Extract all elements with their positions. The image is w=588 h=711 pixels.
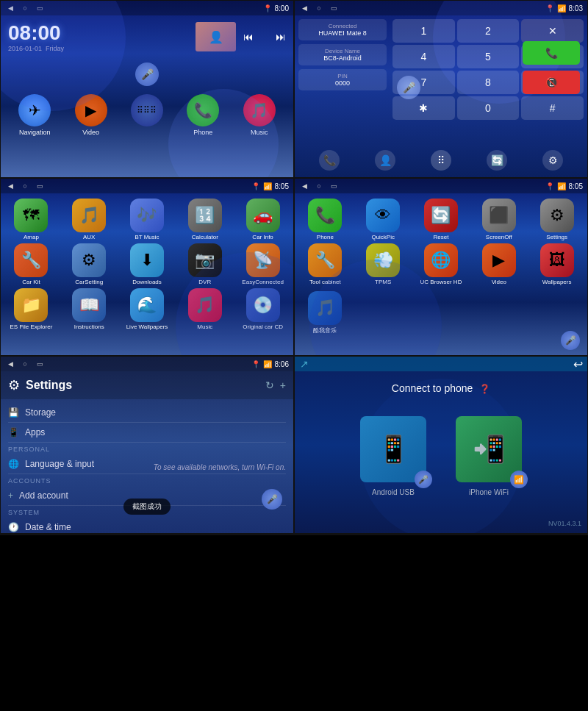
app-downloads[interactable]: ⬇ Downloads	[120, 243, 175, 285]
quickpic-icon[interactable]: 👁	[366, 199, 400, 232]
phone-refresh-icon[interactable]: 🔄	[487, 150, 507, 171]
phone-settings-icon[interactable]: ⚙	[542, 150, 563, 171]
next-btn[interactable]: ⏭	[276, 31, 286, 43]
app-phone2[interactable]: 📞 Phone	[298, 199, 353, 240]
app-screenoff[interactable]: ⬛ ScreenOff	[471, 199, 526, 240]
back-icon[interactable]: ◀	[5, 4, 15, 12]
mic-button[interactable]: 🎤	[135, 62, 159, 86]
delete-btn[interactable]: ✕	[521, 19, 584, 43]
wallpapers-icon[interactable]: 🖼	[540, 243, 574, 277]
app-instructions[interactable]: 📖 Instructions	[62, 288, 117, 330]
settings-icon-app[interactable]: ⚙	[540, 199, 574, 232]
amap-icon[interactable]: 🗺	[14, 199, 48, 232]
connect-help-icon[interactable]: ❓	[479, 384, 490, 394]
app-btmusic[interactable]: 🎶 BT Music	[120, 199, 175, 240]
esfile-icon[interactable]: 📁	[14, 288, 48, 322]
downloads-icon[interactable]: ⬇	[130, 243, 164, 277]
phone-user-icon[interactable]: 👤	[375, 150, 395, 171]
app-ucbrowser[interactable]: 🌐 UC Browser HD	[414, 243, 469, 285]
settings-add-icon[interactable]: +	[280, 379, 286, 391]
phone-home-icon[interactable]: ○	[314, 4, 324, 12]
settings-recent-icon[interactable]: ▭	[35, 360, 45, 368]
carkit-icon[interactable]: 🔧	[14, 243, 48, 277]
media-controls[interactable]: ⏮ ⏭	[243, 31, 286, 43]
dial-0[interactable]: 0	[457, 96, 520, 120]
app-video2[interactable]: ▶ Video	[471, 243, 526, 285]
phone-back-icon[interactable]: ◀	[299, 4, 309, 12]
app-wallpapers[interactable]: 🖼 Wallpapers	[529, 243, 584, 285]
apps2-mic-button[interactable]: 🎤	[561, 331, 580, 350]
app-music[interactable]: 🎵 Music	[177, 288, 232, 330]
app-carinfo[interactable]: 🚗 Car Info	[235, 199, 290, 240]
screenoff-icon[interactable]: ⬛	[482, 199, 516, 232]
apps2-home-icon[interactable]: ○	[314, 182, 324, 190]
settings-mic-button[interactable]: 🎤	[262, 489, 282, 510]
settings-storage[interactable]: 💾 Storage	[8, 403, 286, 423]
reset-icon[interactable]: 🔄	[424, 199, 458, 232]
dial-hash[interactable]: #	[521, 96, 584, 120]
carsetting-icon[interactable]: ⚙	[72, 243, 106, 277]
dial-pad[interactable]: ✕ 1 2 4 5 6 7 8 9 ✱ 0 # 📞 📵	[392, 19, 584, 120]
android-usb-box[interactable]: 📱 🎤	[360, 416, 426, 482]
apps-icon-circle[interactable]: ⠿⠿⠿	[131, 94, 163, 126]
map-bottom-bar[interactable]: ◀ ◀ Back ❑ More ✦ Select	[1, 534, 293, 535]
app-dvr[interactable]: 📷 DVR	[177, 243, 232, 285]
video-icon-circle[interactable]: ▶	[75, 94, 107, 126]
livewp-icon[interactable]: 🌊	[130, 288, 164, 322]
btmusic-icon[interactable]: 🎶	[130, 199, 164, 232]
app-coolmusic[interactable]: 🎵 酷我音乐	[298, 291, 353, 335]
dial-8[interactable]: 8	[457, 71, 520, 94]
tpms-icon[interactable]: 💨	[366, 243, 400, 277]
dial-7[interactable]: 7	[392, 71, 455, 94]
music-app[interactable]: 🎵 Music	[243, 94, 276, 136]
app-carsetting[interactable]: ⚙ CarSetting	[62, 243, 117, 285]
apps1-back-icon[interactable]: ◀	[5, 182, 15, 190]
home-icon[interactable]: ○	[20, 4, 30, 12]
dial-4[interactable]: 4	[392, 45, 455, 68]
app-settings[interactable]: ⚙ Settings	[529, 199, 584, 240]
music-icon[interactable]: 🎵	[188, 288, 222, 322]
carinfo-icon[interactable]: 🚗	[246, 199, 280, 232]
app-esfile[interactable]: 📁 ES File Explorer	[4, 288, 59, 330]
app-calculator[interactable]: 🔢 Calculator	[177, 199, 232, 240]
music-icon-circle[interactable]: 🎵	[243, 94, 276, 126]
app-tpms[interactable]: 💨 TPMS	[356, 243, 411, 285]
iphone-wifi-box[interactable]: 📲 📶	[456, 416, 522, 482]
settings-refresh-icon[interactable]: ↻	[265, 379, 274, 391]
connect-back-icon[interactable]: ↩	[573, 360, 583, 368]
coolmusic-icon[interactable]: 🎵	[308, 291, 342, 325]
app-origcd[interactable]: 💿 Original car CD	[235, 288, 290, 330]
origcd-icon[interactable]: 💿	[246, 288, 280, 322]
call-btn[interactable]: 📞	[523, 41, 580, 65]
apps2-back-icon[interactable]: ◀	[299, 182, 309, 190]
video-app[interactable]: ▶ Video	[75, 94, 107, 136]
apps2-recent-icon[interactable]: ▭	[329, 182, 339, 190]
recent-icon[interactable]: ▭	[35, 4, 45, 12]
apps-app[interactable]: ⠿⠿⠿	[131, 94, 163, 136]
phone2-icon[interactable]: 📞	[308, 199, 342, 232]
settings-back-icon[interactable]: ◀	[5, 360, 15, 368]
app-toolcab[interactable]: 🔧 Tool cabinet	[298, 243, 353, 285]
toolcab-icon[interactable]: 🔧	[308, 243, 342, 277]
app-aux[interactable]: 🎵 AUX	[62, 199, 117, 240]
app-easyconnect[interactable]: 📡 EasyConnected	[235, 243, 290, 285]
phone-dialpad-icon[interactable]: ⠿	[431, 150, 451, 171]
app-amap[interactable]: 🗺 Amap	[4, 199, 59, 240]
app-quickpic[interactable]: 👁 QuickPic	[356, 199, 411, 240]
phone-contact-icon[interactable]: 📞	[319, 150, 340, 171]
dial-2[interactable]: 2	[457, 19, 520, 43]
nav-app[interactable]: ✈ Navigation	[18, 94, 51, 136]
instructions-icon[interactable]: 📖	[72, 288, 106, 322]
calc-icon[interactable]: 🔢	[188, 199, 222, 232]
app-livewp[interactable]: 🌊 Live Wallpapers	[120, 288, 175, 330]
apps1-recent-icon[interactable]: ▭	[35, 182, 45, 190]
android-usb-option[interactable]: 📱 🎤 Android USB	[360, 416, 426, 496]
hangup-btn[interactable]: 📵	[523, 71, 580, 94]
phone-app[interactable]: 📞 Phone	[187, 94, 219, 136]
video2-icon[interactable]: ▶	[482, 243, 516, 277]
easyconnect-icon[interactable]: 📡	[246, 243, 280, 277]
dial-star[interactable]: ✱	[392, 96, 455, 120]
iphone-wifi-option[interactable]: 📲 📶 iPhone WiFi	[456, 416, 522, 496]
phone-recent-icon[interactable]: ▭	[329, 4, 339, 12]
settings-home-icon[interactable]: ○	[20, 360, 30, 368]
